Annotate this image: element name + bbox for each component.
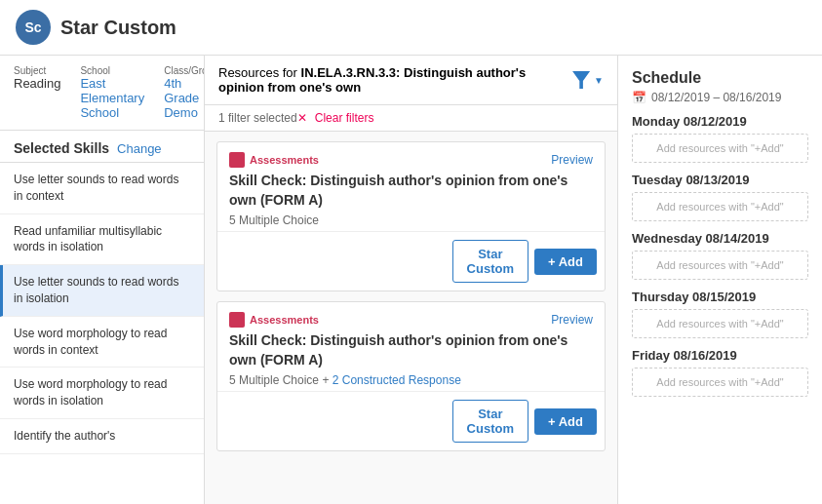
card-type-row-1: Assessments Preview [229, 312, 593, 328]
skills-header: Selected Skills Change [0, 131, 204, 163]
card-title-1: Skill Check: Distinguish author's opinio… [229, 331, 593, 369]
card-top-1: Assessments Preview Skill Check: Disting… [217, 302, 605, 391]
assessments-icon-1 [229, 312, 245, 328]
day-section-0: Monday 08/12/2019 Add resources with "+A… [632, 114, 808, 163]
clear-filters-button[interactable]: Clear filters [315, 111, 374, 125]
skill-item-1[interactable]: Read unfamiliar multisyllabic words in i… [0, 214, 204, 266]
add-button-0[interactable]: + Add [534, 249, 597, 275]
card-actions-0: StarCustom + Add [217, 231, 605, 291]
preview-link-0[interactable]: Preview [551, 153, 593, 167]
right-panel: Schedule 📅 08/12/2019 – 08/16/2019 Monda… [617, 56, 822, 504]
middle-panel: Resources for IN.ELA.3.RN.3.3: Distingui… [205, 56, 617, 504]
schedule-date-range: 📅 08/12/2019 – 08/16/2019 [632, 91, 808, 104]
resources-header: Resources for IN.ELA.3.RN.3.3: Distingui… [205, 56, 617, 105]
skill-item-0[interactable]: Use letter sounds to read words in conte… [0, 163, 204, 214]
day-placeholder-0: Add resources with "+Add" [632, 134, 808, 163]
card-meta-1: 5 Multiple Choice + 2 Constructed Respon… [229, 373, 593, 387]
skill-item-2[interactable]: Use letter sounds to read words in isola… [0, 265, 204, 317]
day-placeholder-3: Add resources with "+Add" [632, 309, 808, 338]
resources-for-label: Resources for [218, 65, 297, 80]
school-label: School [80, 65, 144, 76]
main-layout: Subject Reading School East Elementary S… [0, 56, 822, 504]
clear-filters-x: ✕ [297, 111, 307, 125]
card-type-row-0: Assessments Preview [229, 152, 593, 168]
skill-item-3[interactable]: Use word morphology to read words in con… [0, 317, 204, 368]
resources-title: Resources for IN.ELA.3.RN.3.3: Distingui… [218, 65, 572, 95]
star-custom-button-0[interactable]: StarCustom [452, 240, 528, 283]
day-label-3: Thursday 08/15/2019 [632, 290, 808, 304]
card-meta-basic-1: 5 Multiple Choice + [229, 373, 333, 387]
day-label-0: Monday 08/12/2019 [632, 114, 808, 129]
schedule-title: Schedule [632, 69, 808, 87]
card-type-text-1: Assessments [250, 314, 319, 326]
day-placeholder-4: Add resources with "+Add" [632, 368, 808, 397]
add-button-1[interactable]: + Add [534, 408, 597, 435]
filter-bar: 1 filter selected ✕ Clear filters [205, 105, 617, 132]
card-actions-1: StarCustom + Add [217, 391, 605, 450]
day-section-4: Friday 08/16/2019 Add resources with "+A… [632, 348, 808, 397]
skill-item-5[interactable]: Identify the author's [0, 419, 204, 454]
school-value[interactable]: East Elementary School [80, 76, 144, 120]
change-skills-button[interactable]: Change [117, 141, 162, 156]
card-type-text-0: Assessments [250, 154, 319, 166]
day-placeholder-1: Add resources with "+Add" [632, 192, 808, 221]
resource-card-0: Assessments Preview Skill Check: Disting… [216, 141, 606, 291]
day-section-2: Wednesday 08/14/2019 Add resources with … [632, 231, 808, 280]
class-value[interactable]: 4th Grade Demo [164, 76, 205, 120]
filter-dropdown-arrow[interactable]: ▼ [594, 75, 604, 86]
filter-funnel-icon[interactable] [572, 71, 590, 89]
day-placeholder-2: Add resources with "+Add" [632, 251, 808, 280]
resource-card-1: Assessments Preview Skill Check: Disting… [216, 301, 606, 451]
card-title-0: Skill Check: Distinguish author's opinio… [229, 172, 593, 210]
card-meta-0: 5 Multiple Choice [229, 213, 593, 227]
day-label-1: Tuesday 08/13/2019 [632, 173, 808, 187]
app-title: Star Custom [60, 17, 176, 39]
star-custom-button-1[interactable]: StarCustom [452, 400, 528, 443]
breadcrumb: Subject Reading School East Elementary S… [0, 56, 204, 131]
assessments-icon-0 [229, 152, 245, 168]
calendar-icon: 📅 [632, 91, 646, 104]
day-section-3: Thursday 08/15/2019 Add resources with "… [632, 290, 808, 338]
card-type-label-0: Assessments [229, 152, 319, 168]
breadcrumb-school: School East Elementary School [80, 65, 144, 120]
breadcrumb-subject: Subject Reading [14, 65, 60, 120]
date-range-text: 08/12/2019 – 08/16/2019 [651, 91, 781, 104]
subject-value: Reading [14, 76, 60, 91]
skill-item-4[interactable]: Use word morphology to read words in iso… [0, 368, 204, 419]
card-top-0: Assessments Preview Skill Check: Disting… [217, 142, 605, 231]
breadcrumb-class: Class/Group 4th Grade Demo [164, 65, 205, 120]
skills-title: Selected Skills [14, 140, 109, 156]
card-type-label-1: Assessments [229, 312, 319, 328]
day-label-4: Friday 08/16/2019 [632, 348, 808, 363]
filter-selected-count: 1 filter selected [218, 111, 297, 125]
filter-controls[interactable]: ▼ [572, 71, 604, 89]
app-header: Sc Star Custom [0, 0, 822, 56]
app-logo: Sc [16, 10, 51, 45]
card-meta-constructed-1: 2 Constructed Response [333, 373, 461, 387]
day-section-1: Tuesday 08/13/2019 Add resources with "+… [632, 173, 808, 221]
day-label-2: Wednesday 08/14/2019 [632, 231, 808, 246]
class-label: Class/Group [164, 65, 205, 76]
left-panel: Subject Reading School East Elementary S… [0, 56, 205, 504]
preview-link-1[interactable]: Preview [551, 313, 593, 327]
subject-label: Subject [14, 65, 60, 76]
